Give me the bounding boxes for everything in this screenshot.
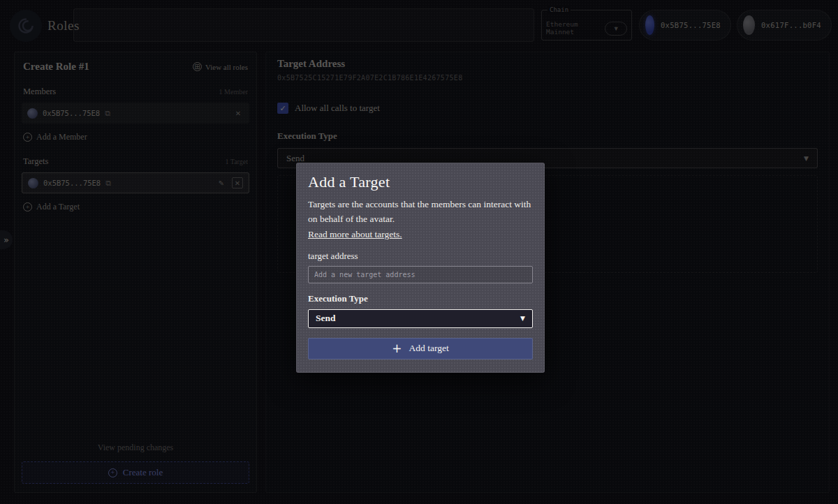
add-target-submit-button[interactable]: + Add target xyxy=(308,338,533,360)
modal-title: Add a Target xyxy=(308,173,533,191)
modal-description: Targets are the accounts that the member… xyxy=(308,198,533,227)
read-more-targets-link[interactable]: Read more about targets. xyxy=(308,229,402,240)
target-address-input[interactable] xyxy=(308,266,533,283)
modal-execution-type-value: Send xyxy=(316,313,336,324)
add-target-modal: Add a Target Targets are the accounts th… xyxy=(296,163,545,373)
modal-execution-type-label: Execution Type xyxy=(308,293,533,304)
target-address-field-label: target address xyxy=(308,251,533,262)
plus-icon: + xyxy=(392,343,402,355)
modal-execution-type-select[interactable]: Send ▼ xyxy=(308,309,533,328)
chevron-down-icon: ▼ xyxy=(520,315,525,322)
